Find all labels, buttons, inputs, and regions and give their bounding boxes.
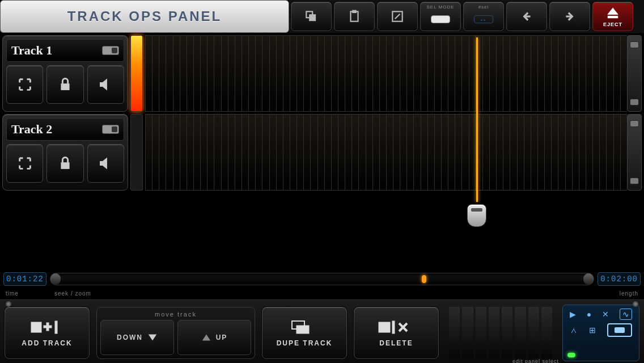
length-label: length bbox=[620, 290, 638, 299]
edit-panel-caption: edit panel select bbox=[512, 358, 559, 363]
speaker-icon bbox=[98, 155, 113, 171]
panel-title: TRACK OPS PANEL bbox=[0, 0, 289, 33]
track-area: Track 1 Track 2 bbox=[0, 35, 644, 268]
eject-icon bbox=[605, 6, 620, 20]
track-mute-button[interactable] bbox=[87, 144, 124, 183]
dupe-label: DUPE TRACK bbox=[277, 339, 333, 347]
grid-icon: ⊞ bbox=[589, 326, 596, 335]
seek-labels: time seek / zoom length bbox=[0, 290, 644, 299]
symbol-a-icon: ⩑ bbox=[570, 326, 578, 335]
svg-rect-15 bbox=[392, 321, 395, 334]
track-expand-button[interactable] bbox=[6, 65, 43, 104]
expand-icon bbox=[17, 155, 33, 171]
lock-icon bbox=[57, 77, 73, 92]
track-toggle[interactable] bbox=[102, 125, 119, 134]
playhead-knob[interactable] bbox=[467, 204, 486, 227]
length-display: 0:02:00 bbox=[598, 272, 641, 286]
sel-count-label: #sel bbox=[478, 5, 489, 10]
clipboard-icon bbox=[347, 9, 362, 24]
track-lane[interactable] bbox=[145, 35, 627, 112]
playhead[interactable] bbox=[476, 37, 478, 202]
seek-row: 0:01:22 0:02:00 bbox=[0, 268, 644, 290]
speaker-icon bbox=[98, 77, 113, 92]
track-lock-button[interactable] bbox=[46, 144, 83, 183]
sel-mode-button[interactable]: SEL MODE bbox=[420, 2, 461, 31]
track-toggle[interactable] bbox=[102, 46, 119, 55]
svg-rect-7 bbox=[61, 163, 69, 169]
dot-icon: ● bbox=[587, 310, 591, 319]
delete-icon bbox=[376, 319, 416, 336]
triangle-down-icon bbox=[147, 332, 158, 343]
move-down-button[interactable]: DOWN bbox=[100, 320, 174, 355]
copy-icon bbox=[304, 9, 319, 24]
seek-endcap-right bbox=[583, 273, 594, 285]
sel-mode-label: SEL MODE bbox=[426, 5, 454, 10]
top-bar: TRACK OPS PANEL SEL MODE #sel -- EJECT bbox=[0, 0, 644, 33]
track-scroll-rail[interactable] bbox=[627, 35, 642, 112]
pencil-square-icon bbox=[390, 9, 405, 24]
svg-rect-3 bbox=[353, 10, 357, 12]
delete-track-button[interactable]: DELETE bbox=[354, 307, 439, 359]
move-track-title: move track bbox=[100, 311, 251, 318]
sel-count-button[interactable]: #sel -- bbox=[463, 2, 504, 31]
add-track-button[interactable]: ADD TRACK bbox=[5, 307, 90, 359]
track-expand-button[interactable] bbox=[6, 144, 43, 183]
add-track-label: ADD TRACK bbox=[22, 339, 72, 347]
dupe-track-button[interactable]: DUPE TRACK bbox=[262, 307, 347, 359]
paste-button[interactable] bbox=[334, 2, 375, 31]
track-header: Track 2 bbox=[2, 114, 128, 191]
track-row: Track 1 bbox=[0, 35, 644, 112]
seek-marker[interactable] bbox=[422, 275, 426, 283]
time-display: 0:01:22 bbox=[3, 272, 46, 286]
panel-vents bbox=[446, 307, 556, 359]
up-label: UP bbox=[216, 334, 228, 341]
triangle-up-icon bbox=[201, 332, 211, 343]
track-lane[interactable] bbox=[145, 114, 627, 191]
toolbar: SEL MODE #sel -- EJECT bbox=[289, 0, 644, 33]
down-label: DOWN bbox=[117, 334, 143, 341]
status-led bbox=[567, 353, 575, 357]
svg-rect-5 bbox=[608, 16, 617, 18]
track-meter bbox=[130, 35, 143, 112]
redo-button[interactable] bbox=[549, 2, 590, 31]
bottom-panel: ADD TRACK move track DOWN UP DUPE TRACK … bbox=[0, 299, 644, 363]
svg-rect-14 bbox=[379, 322, 390, 332]
svg-rect-10 bbox=[46, 323, 49, 331]
time-label: time bbox=[6, 290, 19, 299]
add-track-icon bbox=[30, 319, 64, 336]
seekzoom-label: seek / zoom bbox=[54, 290, 91, 297]
track-meter bbox=[130, 114, 143, 191]
track-mute-button[interactable] bbox=[87, 65, 124, 104]
selected-mode-icon bbox=[607, 323, 632, 337]
svg-rect-13 bbox=[296, 326, 309, 334]
sel-mode-indicator bbox=[431, 15, 450, 23]
svg-rect-1 bbox=[310, 15, 316, 21]
svg-rect-8 bbox=[31, 322, 41, 332]
seek-bar[interactable] bbox=[50, 273, 594, 285]
copy-button[interactable] bbox=[291, 2, 332, 31]
track-scroll-rail[interactable] bbox=[627, 114, 642, 191]
track-lock-button[interactable] bbox=[46, 65, 83, 104]
move-up-button[interactable]: UP bbox=[177, 320, 251, 355]
lane-ticks bbox=[145, 36, 627, 111]
wave-icon: ∿ bbox=[620, 309, 632, 320]
lock-icon bbox=[57, 155, 73, 171]
edit-panel-select[interactable]: ▶ ● ✕ ∿ ⩑ ⊞ bbox=[562, 305, 639, 361]
track-name: Track 2 bbox=[11, 122, 52, 137]
track-name: Track 1 bbox=[11, 43, 52, 58]
delete-label: DELETE bbox=[379, 339, 413, 347]
sel-count-value: -- bbox=[474, 15, 493, 23]
undo-icon bbox=[519, 9, 534, 24]
lane-ticks bbox=[145, 115, 627, 190]
eject-button[interactable]: EJECT bbox=[592, 2, 633, 31]
dupe-icon bbox=[289, 319, 320, 336]
edit-button[interactable] bbox=[377, 2, 418, 31]
svg-rect-11 bbox=[55, 321, 57, 334]
svg-rect-6 bbox=[61, 84, 69, 90]
eject-label: EJECT bbox=[603, 22, 622, 27]
move-track-group: move track DOWN UP bbox=[96, 307, 255, 359]
play-icon: ▶ bbox=[570, 310, 576, 319]
x-icon: ✕ bbox=[602, 310, 609, 319]
undo-button[interactable] bbox=[506, 2, 547, 31]
track-header: Track 1 bbox=[2, 35, 128, 112]
